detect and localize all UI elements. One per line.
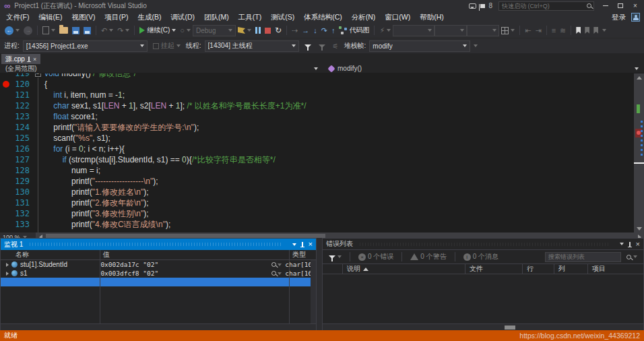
next-bookmark-button[interactable] — [591, 24, 600, 37]
comment-button[interactable]: ≡ — [550, 24, 558, 37]
quick-launch-input[interactable] — [498, 1, 594, 11]
code-line-122[interactable]: 122 char sex1, s1[LEN + 1], s2[LEN + 1];… — [0, 100, 634, 111]
stop-button[interactable] — [263, 24, 273, 37]
thread-markers-button[interactable]: ⚟ — [331, 39, 341, 53]
watch-horizontal-scrollbar[interactable] — [1, 323, 316, 330]
toolbar-combobox-1[interactable] — [393, 25, 434, 36]
save-button[interactable] — [70, 24, 82, 37]
suspend-thread-button[interactable]: 挂起 — [151, 39, 183, 53]
uncomment-button[interactable]: ≋ — [558, 24, 568, 37]
process-combobox[interactable]: [14356] Project1.exe — [23, 40, 148, 52]
breakpoint-margin[interactable] — [0, 111, 12, 122]
continue-button[interactable]: 继续(C) — [137, 24, 178, 37]
panel-splitter[interactable] — [317, 238, 322, 330]
prev-bookmark-button[interactable] — [583, 24, 591, 37]
restore-button[interactable] — [613, 1, 628, 11]
code-text[interactable]: printf("4.修改C语言成绩\n"); — [42, 219, 170, 230]
watch-empty-area[interactable] — [1, 286, 316, 323]
breakpoint-icon[interactable] — [3, 81, 9, 88]
window-position-icon[interactable] — [292, 243, 296, 246]
show-next-statement-button[interactable]: ⇢ — [290, 24, 300, 37]
code-text[interactable]: int i, item, num = -1; — [42, 90, 125, 100]
watch-title-bar[interactable]: 监视 1 × — [1, 239, 316, 250]
code-line-119[interactable]: 119void modify() /*修改信息*/ — [0, 73, 634, 79]
breakpoint-margin[interactable] — [0, 90, 12, 100]
horizontal-scroll-thumb[interactable] — [505, 326, 515, 330]
pin-icon[interactable] — [629, 242, 631, 247]
indent-increase-button[interactable]: ⇥ — [533, 24, 543, 37]
messages-filter-toggle[interactable]: i 0 个消息 — [461, 250, 501, 264]
tab-source-cpp[interactable]: 源.cpp × — [1, 54, 40, 64]
errors-filter-toggle[interactable]: × 0 个错误 — [356, 250, 395, 264]
menu-item-9[interactable]: 测试(S) — [266, 13, 299, 22]
expander-icon[interactable] — [6, 272, 9, 276]
menu-item-13[interactable]: 帮助(H) — [415, 13, 449, 22]
error-column-header-2[interactable]: 文件 — [465, 264, 523, 274]
redo-button[interactable]: ↷ — [115, 24, 131, 37]
debug-target-button[interactable] — [236, 24, 253, 37]
breakpoint-margin[interactable] — [0, 144, 12, 154]
error-filter-button[interactable] — [327, 250, 344, 264]
pause-button[interactable] — [253, 24, 263, 37]
menu-item-6[interactable]: 调试(D) — [166, 13, 199, 22]
breakpoint-margin[interactable] — [0, 165, 12, 176]
pin-icon[interactable] — [302, 242, 303, 247]
minimize-button[interactable] — [598, 1, 613, 11]
bookmark-button[interactable] — [574, 24, 583, 37]
code-editor[interactable]: 119void modify() /*修改信息*/120{121 int i, … — [0, 73, 644, 232]
code-text[interactable]: num = i; — [42, 166, 100, 175]
error-search-input[interactable] — [545, 252, 621, 262]
menu-item-7[interactable]: 团队(M) — [199, 13, 234, 22]
error-column-header-1[interactable]: 说明 — [343, 264, 465, 274]
code-text[interactable]: printf("1.修改姓名\n"); — [42, 187, 149, 198]
watch-visualizer-cell[interactable] — [267, 262, 282, 267]
error-list-title-bar[interactable]: 错误列表 × — [323, 239, 643, 250]
breakpoint-margin[interactable] — [0, 73, 12, 79]
code-text[interactable]: printf("3.修改性别\n"); — [42, 208, 149, 220]
notifications-button[interactable]: 8 — [478, 0, 494, 13]
code-text[interactable]: printf("2.修改年龄\n"); — [42, 197, 149, 209]
code-line-121[interactable]: 121 int i, item, num = -1; — [0, 90, 634, 100]
code-map-button[interactable]: 代码图 — [337, 24, 371, 37]
column-divider[interactable] — [289, 250, 290, 323]
watch-visualizer-cell[interactable] — [267, 271, 282, 276]
expander-icon[interactable] — [6, 263, 9, 267]
scroll-down-button[interactable] — [634, 224, 644, 232]
code-line-127[interactable]: 127 if (strcmp(stu[i].StudentId, s1) == … — [0, 154, 634, 165]
breakpoint-margin[interactable] — [0, 219, 12, 230]
flag-threads-button[interactable] — [317, 39, 327, 53]
column-divider[interactable] — [100, 250, 100, 323]
watch-value-cell[interactable]: 0x003dfcf8 "02" — [97, 270, 267, 277]
breakpoint-margin[interactable] — [0, 176, 12, 187]
user-avatar-icon[interactable] — [631, 13, 640, 22]
step-over-button[interactable]: ↷ — [319, 24, 329, 37]
scope-dropdown[interactable]: (全局范围) — [0, 64, 322, 73]
menu-item-5[interactable]: 生成(B) — [133, 13, 166, 22]
undo-button[interactable]: ↶ — [99, 24, 115, 37]
save-all-button[interactable] — [82, 24, 93, 37]
toolbar-overflow-button[interactable] — [600, 24, 608, 37]
code-line-131[interactable]: 131 printf("2.修改年龄\n"); — [0, 197, 634, 208]
watch-row-selected-empty[interactable] — [1, 278, 316, 286]
feedback-button[interactable] — [467, 0, 478, 13]
code-line-133[interactable]: 133 printf("4.修改C语言成绩\n"); — [0, 219, 634, 230]
code-line-123[interactable]: 123 float score1; — [0, 111, 634, 122]
stack-frame-combobox[interactable]: modify — [369, 40, 470, 52]
sign-in-link[interactable]: 登录 — [612, 13, 626, 22]
code-line-130[interactable]: 130 printf("1.修改姓名\n"); — [0, 187, 634, 197]
menu-item-3[interactable]: 视图(V) — [67, 13, 100, 22]
watch-value-cell[interactable]: 0x002da17c "02" — [97, 261, 267, 268]
toolbar-combobox-2[interactable] — [434, 25, 467, 36]
code-text[interactable]: { — [42, 80, 47, 89]
menu-item-2[interactable]: 编辑(E) — [34, 13, 67, 22]
editor-vertical-scrollbar[interactable] — [634, 73, 644, 232]
code-line-120[interactable]: 120{ — [0, 79, 634, 90]
breakpoint-margin[interactable] — [0, 100, 12, 111]
code-line-124[interactable]: 124 printf("请输入要要修改的学生的学号:\n"); — [0, 122, 634, 133]
error-column-icon[interactable] — [323, 264, 343, 274]
breakpoint-margin[interactable] — [0, 208, 12, 219]
watch-vertical-scrollbar[interactable] — [311, 260, 316, 323]
show-next-button[interactable]: → — [300, 24, 311, 37]
toolbar-combobox-3[interactable] — [467, 25, 499, 36]
menu-item-11[interactable]: 分析(N) — [347, 13, 381, 22]
